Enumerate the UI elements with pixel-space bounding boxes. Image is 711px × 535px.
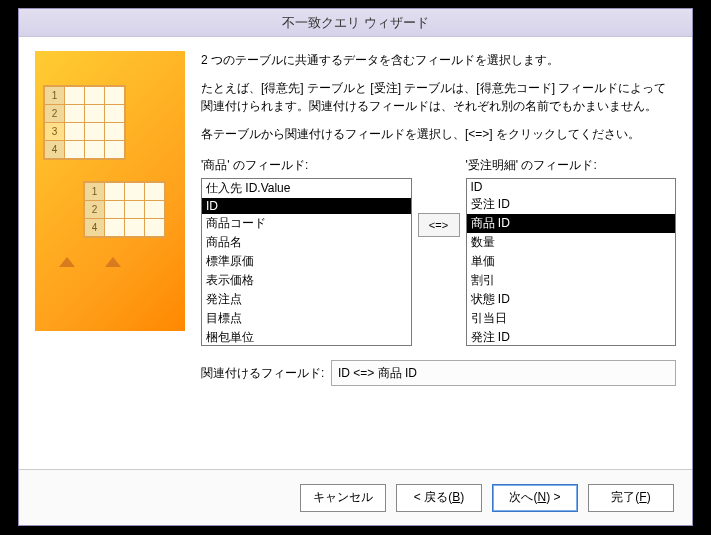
list-item[interactable]: ID xyxy=(467,179,676,195)
dialog-footer: キャンセル < 戻る(B) 次へ(N) > 完了(F) xyxy=(19,469,692,525)
list-item[interactable]: 発注点 xyxy=(202,290,411,309)
list-item[interactable]: 目標点 xyxy=(202,309,411,328)
wizard-dialog: 不一致クエリ ウィザード 1 2 3 4 1 2 4 2 つのテーブルに共通する… xyxy=(18,8,693,526)
list-item[interactable]: 数量 xyxy=(467,233,676,252)
dialog-title: 不一致クエリ ウィザード xyxy=(19,9,692,37)
instruction-line-1: 2 つのテーブルに共通するデータを含むフィールドを選択します。 xyxy=(201,51,676,69)
list-item[interactable]: 引当日 xyxy=(467,309,676,328)
list-item[interactable]: 商品名 xyxy=(202,233,411,252)
list-item[interactable]: 状態 ID xyxy=(467,290,676,309)
list-item[interactable]: 割引 xyxy=(467,271,676,290)
back-button[interactable]: < 戻る(B) xyxy=(396,484,482,512)
list-item[interactable]: 単価 xyxy=(467,252,676,271)
list-item[interactable]: 商品コード xyxy=(202,214,411,233)
instruction-line-3: 各テーブルから関連付けるフィールドを選択し、[<=>] をクリックしてください。 xyxy=(201,125,676,143)
list-item[interactable]: 表示価格 xyxy=(202,271,411,290)
instruction-line-2: たとえば、[得意先] テーブルと [受注] テーブルは、[得意先コード] フィー… xyxy=(201,79,676,115)
instructions: 2 つのテーブルに共通するデータを含むフィールドを選択します。 たとえば、[得意… xyxy=(201,51,676,143)
list-item[interactable]: 梱包単位 xyxy=(202,328,411,346)
matching-label: 関連付けるフィールド: xyxy=(201,365,331,382)
list-item[interactable]: 発注 ID xyxy=(467,328,676,346)
cancel-button[interactable]: キャンセル xyxy=(300,484,386,512)
list-item[interactable]: 受注 ID xyxy=(467,195,676,214)
wizard-illustration: 1 2 3 4 1 2 4 xyxy=(35,51,185,331)
wizard-content: 2 つのテーブルに共通するデータを含むフィールドを選択します。 たとえば、[得意… xyxy=(201,51,676,386)
match-button[interactable]: <=> xyxy=(418,213,460,237)
left-fields-listbox[interactable]: 仕入先 ID.ValueID商品コード商品名標準原価表示価格発注点目標点梱包単位 xyxy=(201,178,412,346)
finish-button[interactable]: 完了(F) xyxy=(588,484,674,512)
left-list-label: '商品' のフィールド: xyxy=(201,157,412,174)
dialog-body: 1 2 3 4 1 2 4 2 つのテーブルに共通するデータを含むフィールドを選… xyxy=(19,37,692,394)
list-item[interactable]: 標準原価 xyxy=(202,252,411,271)
next-button[interactable]: 次へ(N) > xyxy=(492,484,578,512)
list-item[interactable]: ID xyxy=(202,198,411,214)
list-item[interactable]: 仕入先 ID.Value xyxy=(202,179,411,198)
right-list-label: '受注明細' のフィールド: xyxy=(466,157,677,174)
right-fields-listbox[interactable]: ID受注 ID商品 ID数量単価割引状態 ID引当日発注 ID xyxy=(466,178,677,346)
matching-value: ID <=> 商品 ID xyxy=(331,360,676,386)
list-item[interactable]: 商品 ID xyxy=(467,214,676,233)
